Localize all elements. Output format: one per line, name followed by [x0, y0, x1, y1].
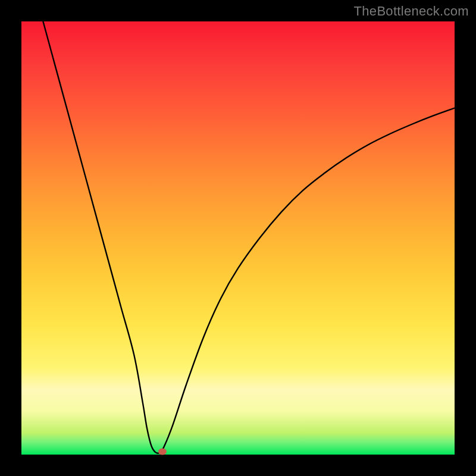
chart-frame: TheBottleneck.com — [0, 0, 476, 476]
watermark-text: TheBottleneck.com — [354, 4, 469, 19]
plot-area — [21, 21, 455, 455]
minimum-marker — [158, 448, 167, 455]
bottleneck-curve — [21, 21, 455, 455]
